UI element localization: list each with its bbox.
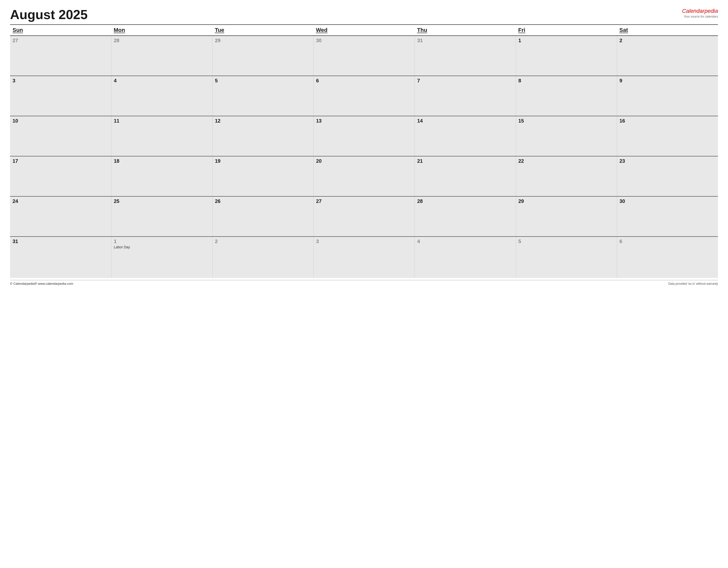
day-number: 4	[417, 238, 513, 244]
brand-suffix: pedia	[704, 8, 718, 14]
copyright-text: © Calendarpedia® www.calendarpedia.com	[10, 282, 73, 286]
day-number: 1	[518, 37, 614, 43]
calendar-day-cell[interactable]: 20	[313, 156, 415, 196]
day-number: 6	[620, 238, 716, 244]
page-header: August 2025 Calendarpedia Your source fo…	[10, 8, 718, 22]
day-number: 28	[417, 198, 513, 204]
day-number: 4	[114, 78, 210, 84]
calendar-day-cell[interactable]: 27	[10, 36, 111, 76]
calendar-day-cell[interactable]: 15	[516, 116, 617, 156]
calendar-day-cell[interactable]: 9	[617, 76, 718, 116]
calendar-day-cell[interactable]: 22	[516, 156, 617, 196]
calendar-day-cell[interactable]: 30	[313, 36, 415, 76]
calendar-day-cell[interactable]: 1	[516, 36, 617, 76]
day-number: 2	[620, 37, 716, 43]
calendar-day-cell[interactable]: 3	[313, 236, 415, 278]
day-number: 12	[215, 118, 311, 124]
calendar-day-cell[interactable]: 28	[415, 196, 516, 236]
day-number: 14	[417, 118, 513, 124]
day-number: 10	[13, 118, 109, 124]
calendar-day-cell[interactable]: 19	[212, 156, 313, 196]
calendar-day-cell[interactable]: 5	[516, 236, 617, 278]
day-number: 29	[215, 37, 311, 43]
month-title: August 2025	[10, 8, 88, 22]
calendar-day-cell[interactable]: 4	[415, 236, 516, 278]
calendar-day-cell[interactable]: 6	[313, 76, 415, 116]
calendar-day-cell[interactable]: 4	[111, 76, 212, 116]
calendar-day-cell[interactable]: 17	[10, 156, 111, 196]
calendar-day-cell[interactable]: 25	[111, 196, 212, 236]
event-label: Labor Day	[114, 245, 210, 249]
calendar-day-cell[interactable]: 10	[10, 116, 111, 156]
disclaimer-text: Data provided 'as is' without warranty	[668, 282, 718, 286]
calendar-day-cell[interactable]: 11	[111, 116, 212, 156]
header-sun: Sun	[10, 25, 111, 36]
day-number: 24	[13, 198, 109, 204]
day-number: 30	[620, 198, 716, 204]
header-wed: Wed	[313, 25, 415, 36]
calendar-day-cell[interactable]: 14	[415, 116, 516, 156]
calendar-day-cell[interactable]: 3	[10, 76, 111, 116]
brand-logo: Calendarpedia Your source for calendars	[682, 8, 718, 19]
calendar-day-cell[interactable]: 7	[415, 76, 516, 116]
day-number: 5	[518, 238, 614, 244]
day-number: 27	[13, 37, 109, 43]
day-number: 25	[114, 198, 210, 204]
brand-name: Calendarpedia	[682, 8, 718, 15]
header-fri: Fri	[516, 25, 617, 36]
day-number: 11	[114, 118, 210, 124]
calendar-day-cell[interactable]: 27	[313, 196, 415, 236]
day-number: 26	[215, 198, 311, 204]
calendar-day-cell[interactable]: 13	[313, 116, 415, 156]
calendar-week-row: 24252627282930	[10, 196, 718, 236]
day-number: 27	[316, 198, 412, 204]
brand-prefix: Calendar	[682, 8, 704, 14]
calendar-week-row: 311Labor Day23456	[10, 236, 718, 278]
day-number: 23	[620, 158, 716, 164]
header-tue: Tue	[212, 25, 313, 36]
calendar-day-cell[interactable]: 23	[617, 156, 718, 196]
calendar-day-cell[interactable]: 2	[212, 236, 313, 278]
day-number: 31	[13, 238, 109, 244]
calendar-day-cell[interactable]: 24	[10, 196, 111, 236]
day-number: 3	[316, 238, 412, 244]
calendar-day-cell[interactable]: 26	[212, 196, 313, 236]
calendar-day-cell[interactable]: 1Labor Day	[111, 236, 212, 278]
header-mon: Mon	[111, 25, 212, 36]
day-number: 15	[518, 118, 614, 124]
calendar-week-row: 3456789	[10, 76, 718, 116]
calendar-day-cell[interactable]: 29	[212, 36, 313, 76]
day-number: 6	[316, 78, 412, 84]
calendar-day-cell[interactable]: 28	[111, 36, 212, 76]
day-number: 5	[215, 78, 311, 84]
day-number: 28	[114, 37, 210, 43]
calendar-day-cell[interactable]: 31	[10, 236, 111, 278]
day-number: 19	[215, 158, 311, 164]
day-number: 3	[13, 78, 109, 84]
day-number: 21	[417, 158, 513, 164]
header-sat: Sat	[617, 25, 718, 36]
calendar-day-cell[interactable]: 30	[617, 196, 718, 236]
page-footer: © Calendarpedia® www.calendarpedia.com D…	[10, 280, 718, 286]
calendar-day-cell[interactable]: 21	[415, 156, 516, 196]
calendar-day-cell[interactable]: 6	[617, 236, 718, 278]
calendar-day-cell[interactable]: 31	[415, 36, 516, 76]
weekday-header-row: Sun Mon Tue Wed Thu Fri Sat	[10, 25, 718, 36]
day-number: 29	[518, 198, 614, 204]
calendar-day-cell[interactable]: 8	[516, 76, 617, 116]
calendar-day-cell[interactable]: 5	[212, 76, 313, 116]
day-number: 7	[417, 78, 513, 84]
day-number: 16	[620, 118, 716, 124]
brand-tagline: Your source for calendars	[682, 15, 718, 19]
day-number: 2	[215, 238, 311, 244]
day-number: 30	[316, 37, 412, 43]
day-number: 13	[316, 118, 412, 124]
calendar-day-cell[interactable]: 2	[617, 36, 718, 76]
day-number: 1	[114, 238, 210, 244]
day-number: 17	[13, 158, 109, 164]
calendar-day-cell[interactable]: 16	[617, 116, 718, 156]
calendar-day-cell[interactable]: 29	[516, 196, 617, 236]
calendar-day-cell[interactable]: 18	[111, 156, 212, 196]
day-number: 22	[518, 158, 614, 164]
calendar-day-cell[interactable]: 12	[212, 116, 313, 156]
